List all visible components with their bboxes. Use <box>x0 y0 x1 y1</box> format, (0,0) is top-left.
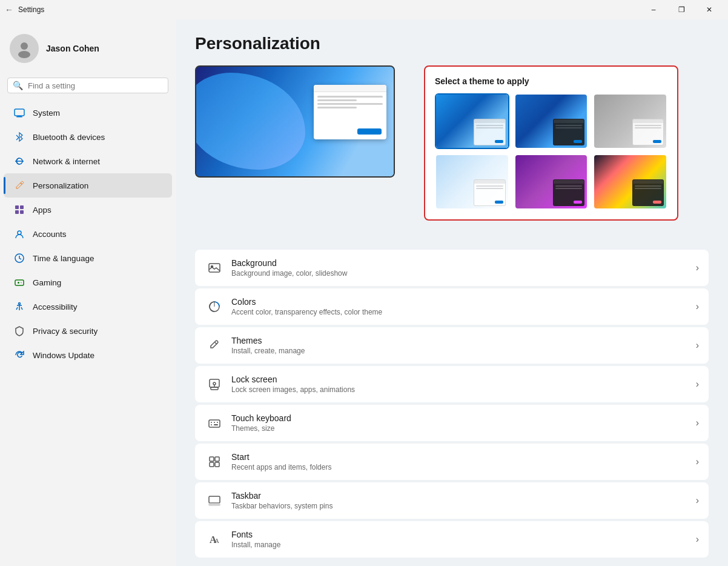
apps-icon <box>13 204 25 216</box>
settings-item-title-colors: Colors <box>231 297 696 307</box>
settings-item-subtitle-colors: Accent color, transparency effects, colo… <box>231 308 696 316</box>
theme-light-bar <box>474 119 505 123</box>
settings-item-text-lock-screen: Lock screen Lock screen images, apps, an… <box>231 375 696 394</box>
settings-item-arrow-fonts: › <box>696 534 699 545</box>
settings-item-title-touch-keyboard: Touch keyboard <box>231 413 696 423</box>
sidebar-item-privacy[interactable]: Privacy & security <box>4 319 172 343</box>
theme-colorful-bg <box>594 155 666 208</box>
theme-purple-bg <box>515 155 587 208</box>
titlebar-controls: – ❐ ✕ <box>640 0 723 19</box>
settings-item-touch-keyboard[interactable]: Touch keyboard Themes, size › <box>195 405 709 441</box>
svg-line-5 <box>21 183 22 184</box>
theme-dark-line-1 <box>555 125 582 126</box>
theme-thumb-glow[interactable] <box>435 154 509 210</box>
settings-item-colors[interactable]: Colors Accent color, transparency effect… <box>195 288 709 325</box>
preview-btn-row <box>357 128 382 135</box>
svg-point-15 <box>211 266 213 268</box>
theme-thumb-dark[interactable]: Windows (dark), 1 images <box>514 93 589 149</box>
user-profile[interactable]: Jason Cohen <box>0 24 176 73</box>
svg-rect-32 <box>209 504 220 505</box>
top-section: Select a theme to apply <box>195 65 709 235</box>
themes-icon <box>205 336 224 355</box>
svg-rect-4 <box>16 116 22 118</box>
system-icon <box>13 107 25 119</box>
theme-thumb-light[interactable] <box>435 93 509 149</box>
sidebar-label-network: Network & internet <box>33 157 100 166</box>
theme-glow-line-2 <box>476 188 503 189</box>
sidebar-label-privacy: Privacy & security <box>33 327 98 336</box>
settings-item-subtitle-themes: Install, create, manage <box>231 347 696 355</box>
settings-item-title-lock-screen: Lock screen <box>231 375 696 384</box>
sidebar-item-network[interactable]: Network & internet <box>4 149 172 173</box>
settings-item-background[interactable]: Background Background image, color, slid… <box>195 250 709 286</box>
theme-glow-line-1 <box>476 185 503 187</box>
sidebar-label-system: System <box>33 108 60 118</box>
sidebar-item-personalization[interactable]: Personalization <box>4 173 172 198</box>
preview-line-4 <box>317 107 357 108</box>
settings-item-lock-screen[interactable]: Lock screen Lock screen images, apps, an… <box>195 366 709 402</box>
theme-thumb-colorful[interactable] <box>593 154 667 210</box>
theme-purple-overlay <box>553 179 584 206</box>
settings-item-arrow-taskbar: › <box>696 495 699 506</box>
theme-colorful-lines <box>633 185 663 191</box>
theme-glow-bg <box>436 155 508 208</box>
theme-thumb-purple[interactable] <box>514 154 589 210</box>
page-title: Personalization <box>195 34 709 53</box>
search-input[interactable] <box>28 81 163 90</box>
search-icon: 🔍 <box>13 81 23 90</box>
sidebar-item-accessibility[interactable]: Accessibility <box>4 295 172 319</box>
titlebar-left: ← Settings <box>5 5 44 15</box>
maximize-button[interactable]: ❐ <box>667 0 695 19</box>
preview-window <box>314 85 386 139</box>
svg-line-17 <box>215 342 217 344</box>
svg-text:A: A <box>214 537 219 544</box>
settings-item-fonts[interactable]: AA Fonts Install, manage › <box>195 521 709 558</box>
theme-dark-bar <box>554 119 584 123</box>
sidebar-item-gaming[interactable]: Gaming <box>4 270 172 295</box>
svg-rect-27 <box>210 457 214 461</box>
theme-thumb-gray[interactable] <box>593 93 667 149</box>
close-button[interactable]: ✕ <box>695 0 723 19</box>
sidebar-item-accounts[interactable]: Accounts <box>4 222 172 246</box>
back-icon[interactable]: ← <box>5 5 13 15</box>
theme-purple-lines <box>554 185 584 191</box>
settings-item-themes[interactable]: Themes Install, create, manage › <box>195 327 709 364</box>
settings-item-text-taskbar: Taskbar Taskbar behaviors, system pins <box>231 491 696 510</box>
svg-rect-7 <box>20 205 24 209</box>
svg-rect-6 <box>15 205 19 209</box>
sidebar-item-bluetooth[interactable]: Bluetooth & devices <box>4 125 172 149</box>
update-icon <box>13 349 25 361</box>
colors-icon <box>205 297 224 316</box>
settings-item-start[interactable]: Start Recent apps and items, folders › <box>195 444 709 480</box>
settings-item-title-background: Background <box>231 258 696 268</box>
theme-purple-line-2 <box>555 188 582 189</box>
theme-gray-btn <box>653 140 661 143</box>
sidebar-item-apps[interactable]: Apps <box>4 198 172 222</box>
svg-point-0 <box>21 42 28 50</box>
theme-purple-btn <box>574 201 582 204</box>
settings-item-subtitle-start: Recent apps and items, folders <box>231 463 696 471</box>
touch-keyboard-icon <box>205 413 224 433</box>
minimize-button[interactable]: – <box>640 0 667 19</box>
sidebar-label-update: Windows Update <box>33 351 94 360</box>
titlebar: ← Settings – ❐ ✕ <box>0 0 728 19</box>
theme-gray-bg <box>594 95 666 148</box>
settings-item-taskbar[interactable]: Taskbar Taskbar behaviors, system pins › <box>195 482 709 519</box>
sidebar-label-gaming: Gaming <box>33 278 61 287</box>
search-box[interactable]: 🔍 <box>7 78 168 93</box>
theme-colorful-line-1 <box>635 185 661 187</box>
settings-item-text-colors: Colors Accent color, transparency effect… <box>231 297 696 316</box>
sidebar-item-time[interactable]: Time & language <box>4 246 172 270</box>
sidebar-item-system[interactable]: System <box>4 101 172 125</box>
svg-rect-31 <box>209 496 220 503</box>
settings-item-arrow-colors: › <box>696 301 699 312</box>
settings-item-subtitle-touch-keyboard: Themes, size <box>231 424 696 433</box>
svg-rect-21 <box>209 420 220 427</box>
settings-item-text-start: Start Recent apps and items, folders <box>231 452 696 471</box>
settings-item-text-touch-keyboard: Touch keyboard Themes, size <box>231 413 696 433</box>
svg-point-10 <box>18 231 21 235</box>
preview-wallpaper-bg <box>196 67 394 176</box>
theme-colorful-overlay <box>632 179 664 206</box>
settings-item-arrow-lock-screen: › <box>696 379 699 390</box>
sidebar-item-update[interactable]: Windows Update <box>4 343 172 367</box>
